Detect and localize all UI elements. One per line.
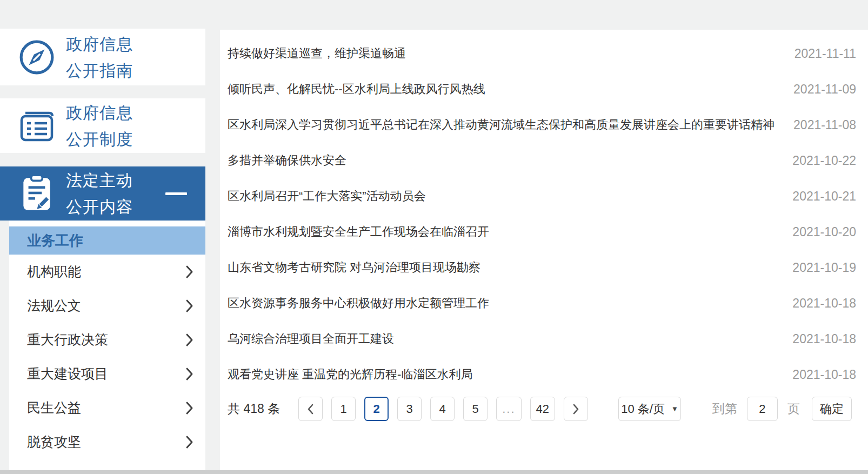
document-list-icon (16, 109, 57, 143)
news-row: 区水资源事务服务中心积极做好用水定额管理工作 2021-10-18 (228, 285, 856, 321)
sidebar-submenu: 业务工作 机构职能 法规公文 重大行政决策 重大建设项目 (9, 221, 205, 470)
chevron-left-icon (307, 403, 314, 415)
news-title-link[interactable]: 区水利局深入学习贯彻习近平总书记在深入推动黄河流域生态保护和高质量发展讲座会上的… (228, 107, 793, 143)
page-number-buttons: 12345...42 (323, 397, 555, 421)
page-root: 政府信息 公开指南 政府信息 公开制度 (0, 0, 868, 474)
clipboard-pencil-icon (16, 173, 57, 213)
news-title-link[interactable]: 区水资源事务服务中心积极做好用水定额管理工作 (228, 285, 792, 321)
page-size-select[interactable]: 10 条/页 ▼ (618, 397, 681, 421)
news-row: 持续做好渠道巡查，维护渠道畅通 2021-11-11 (228, 36, 856, 71)
sidebar-menu-item-label: 民生公益 (27, 399, 81, 417)
chevron-right-icon (185, 401, 193, 415)
news-title-link[interactable]: 持续做好渠道巡查，维护渠道畅通 (228, 36, 794, 71)
sidebar-submenu-item-business-work-active[interactable]: 业务工作 (9, 226, 205, 255)
news-date: 2021-10-18 (792, 332, 856, 346)
page-number-button[interactable]: 2 (364, 397, 389, 421)
news-row: 区水利局深入学习贯彻习近平总书记在深入推动黄河流域生态保护和高质量发展讲座会上的… (228, 107, 856, 143)
sidebar-item-label: 法定主动 公开内容 (66, 167, 133, 220)
chevron-right-icon (185, 333, 193, 347)
page-number-button[interactable]: 4 (430, 397, 455, 421)
sidebar-item-gov-info-system[interactable]: 政府信息 公开制度 (0, 98, 205, 153)
confirm-button[interactable]: 确定 (812, 397, 852, 421)
goto-prefix-label: 到第 (712, 400, 737, 417)
news-date: 2021-11-11 (794, 46, 856, 61)
news-title-link[interactable]: 区水利局召开“工作大落实”活动动员会 (228, 178, 792, 214)
bottom-scrollbar-track[interactable] (0, 470, 868, 474)
chevron-right-icon (185, 367, 193, 381)
goto-suffix-label: 页 (787, 400, 800, 417)
news-list: 持续做好渠道巡查，维护渠道畅通 2021-11-11 倾听民声、化解民忧--区水… (220, 30, 868, 392)
sidebar-item-gov-info-guide[interactable]: 政府信息 公开指南 (0, 29, 205, 85)
sidebar-menu-item[interactable]: 重大行政决策 (9, 323, 205, 357)
page-number-button[interactable]: 42 (530, 397, 555, 421)
news-date: 2021-10-21 (792, 189, 856, 204)
page-number-button[interactable]: 3 (397, 397, 422, 421)
goto-page-group: 到第 页 确定 (712, 397, 852, 421)
news-row: 乌河综合治理项目全面开工建设 2021-10-18 (228, 321, 856, 357)
page-number-button[interactable]: 5 (463, 397, 488, 421)
collapse-minus-icon[interactable] (165, 192, 187, 195)
main-panel: 持续做好渠道巡查，维护渠道畅通 2021-11-11 倾听民声、化解民忧--区水… (220, 30, 868, 470)
page-number-button[interactable]: 1 (331, 397, 356, 421)
dropdown-arrow-icon: ▼ (671, 405, 678, 413)
sidebar: 政府信息 公开指南 政府信息 公开制度 (0, 29, 205, 470)
compass-icon (16, 39, 57, 76)
chevron-right-icon (185, 435, 193, 449)
sidebar-menu-item-label: 机构职能 (27, 263, 81, 281)
news-row: 山东省文物考古研究院 对乌河治理项目现场勘察 2021-10-19 (228, 250, 856, 285)
news-date: 2021-11-08 (793, 118, 856, 132)
sidebar-menu-item-label: 重大行政决策 (27, 331, 108, 349)
news-row: 观看党史讲座 重温党的光辉历程-临淄区水利局 2021-10-18 (228, 357, 856, 392)
total-count-label: 共 418 条 (228, 400, 280, 417)
news-row: 区水利局召开“工作大落实”活动动员会 2021-10-21 (228, 178, 856, 214)
chevron-right-icon (185, 299, 193, 313)
news-title-link[interactable]: 淄博市水利规划暨安全生产工作现场会在临淄召开 (228, 214, 792, 250)
prev-page-button[interactable] (298, 397, 323, 421)
news-date: 2021-10-19 (792, 261, 856, 275)
news-date: 2021-10-20 (792, 225, 856, 239)
news-date: 2021-10-22 (792, 153, 856, 168)
pagination-bar: 共 418 条 12345...42 10 条/页 ▼ 到第 页 (220, 397, 868, 421)
sidebar-item-statutory-disclosure[interactable]: 法定主动 公开内容 (0, 166, 205, 221)
news-title-link[interactable]: 多措并举确保供水安全 (228, 143, 792, 178)
page-size-label: 10 条/页 (621, 401, 665, 417)
sidebar-menu-item-label: 法规公文 (27, 297, 81, 315)
sidebar-item-label: 政府信息 公开指南 (66, 31, 133, 84)
sidebar-submenu-label: 业务工作 (27, 231, 83, 250)
sidebar-menu-item[interactable]: 法规公文 (9, 289, 205, 323)
news-title-link[interactable]: 乌河综合治理项目全面开工建设 (228, 321, 792, 357)
sidebar-submenu-list: 机构职能 法规公文 重大行政决策 重大建设项目 (9, 255, 205, 459)
sidebar-menu-item[interactable]: 重大建设项目 (9, 357, 205, 391)
sidebar-menu-item-label: 脱贫攻坚 (27, 433, 81, 451)
sidebar-menu-item[interactable]: 脱贫攻坚 (9, 425, 205, 459)
sidebar-menu-item[interactable]: 民生公益 (9, 391, 205, 425)
news-row: 淄博市水利规划暨安全生产工作现场会在临淄召开 2021-10-20 (228, 214, 856, 250)
news-row: 多措并举确保供水安全 2021-10-22 (228, 143, 856, 178)
goto-page-input[interactable] (747, 397, 778, 421)
chevron-right-icon (572, 403, 579, 415)
next-page-button[interactable] (564, 397, 588, 421)
sidebar-menu-item[interactable]: 机构职能 (9, 255, 205, 289)
chevron-right-icon (185, 265, 193, 279)
news-row: 倾听民声、化解民忧--区水利局上线政风行风热线 2021-11-09 (228, 71, 856, 107)
news-title-link[interactable]: 观看党史讲座 重温党的光辉历程-临淄区水利局 (228, 357, 792, 392)
sidebar-menu-item-label: 重大建设项目 (27, 365, 108, 383)
page-ellipsis-button[interactable]: ... (496, 397, 521, 421)
sidebar-item-label: 政府信息 公开制度 (66, 99, 133, 152)
news-title-link[interactable]: 山东省文物考古研究院 对乌河治理项目现场勘察 (228, 250, 792, 285)
news-title-link[interactable]: 倾听民声、化解民忧--区水利局上线政风行风热线 (228, 71, 793, 107)
news-date: 2021-11-09 (793, 82, 856, 97)
news-date: 2021-10-18 (792, 296, 856, 311)
news-date: 2021-10-18 (792, 368, 856, 382)
